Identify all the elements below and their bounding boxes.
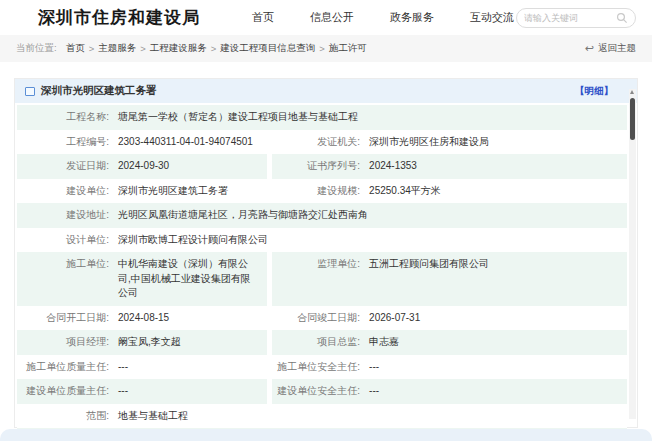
breadcrumb-construction-services[interactable]: 工程建设服务 (150, 42, 207, 55)
field-label: 项目总监: (272, 335, 360, 350)
field-value: 2026-07-31 (369, 311, 430, 326)
breadcrumb-topic-services[interactable]: 主题服务 (98, 42, 136, 55)
field-label: 施工单位安全主任: (272, 360, 360, 375)
nav-item-gov-services[interactable]: 政务服务 (390, 10, 434, 25)
scrollbar-thumb[interactable] (630, 98, 635, 140)
field-value: 2303-440311-04-01-94074501 (118, 135, 263, 150)
breadcrumb-construction-permit[interactable]: 施工许可 (329, 42, 367, 55)
field-label: 范围: (17, 409, 109, 424)
table-row: 工程名称: 塘尾第一学校（暂定名）建设工程项目地基与基础工程 (17, 105, 627, 130)
table-row: 施工单位质量主任: --- 施工单位安全主任: --- (17, 355, 627, 380)
table-row: 发证日期: 2024-09-30 证书序列号: 2024-1353 (17, 154, 627, 179)
back-to-topic-label: 返回主题 (598, 42, 636, 55)
nav-item-interaction[interactable]: 互动交流 (470, 10, 514, 25)
vertical-scrollbar[interactable] (629, 89, 636, 419)
table-row: 施工单位: 中机华南建设（深圳）有限公司,中国机械工业建设集团有限公司 监理单位… (17, 252, 627, 306)
field-value: 2024-08-15 (118, 311, 179, 326)
field-value: 25250.34平方米 (369, 184, 451, 199)
field-value: --- (369, 384, 389, 399)
table-row: 设计单位: 深圳市欧博工程设计顾问有限公司 (17, 228, 627, 253)
field-label: 建设单位安全主任: (272, 384, 360, 399)
field-value: 阚宝凤,李文超 (118, 335, 191, 350)
field-value: 2024-1353 (369, 159, 427, 174)
scroll-up-arrow-icon[interactable] (630, 90, 634, 94)
field-value: 地基与基础工程 (118, 409, 198, 424)
field-label: 建设单位: (17, 184, 109, 199)
breadcrumb-prefix: 当前位置: (16, 42, 57, 55)
card-title: 深圳市光明区建筑工务署 (41, 84, 157, 98)
field-label: 建设单位质量主任: (17, 384, 109, 399)
field-label: 建设规模: (272, 184, 360, 199)
field-value: --- (369, 360, 389, 375)
back-to-topic-link[interactable]: ↩ 返回主题 (585, 42, 636, 55)
table-row: 合同开工日期: 2024-08-15 合同竣工日期: 2026-07-31 (17, 306, 627, 331)
main-nav: 首页 信息公开 政务服务 互动交流 (252, 10, 514, 25)
field-value: 中机华南建设（深圳）有限公司,中国机械工业建设集团有限公司 (118, 257, 267, 301)
search-icon[interactable] (616, 12, 628, 24)
table-row: 建设单位: 深圳市光明区建筑工务署 建设规模: 25250.34平方米 (17, 179, 627, 204)
table-row: 建设地址: 光明区凤凰街道塘尾社区，月亮路与御塘路交汇处西南角 (17, 203, 627, 228)
breadcrumb-separator: > (319, 43, 325, 54)
breadcrumb-separator: > (211, 43, 217, 54)
document-icon (25, 87, 35, 96)
field-label: 工程编号: (17, 135, 109, 150)
return-arrow-icon: ↩ (585, 43, 594, 54)
field-label: 建设地址: (17, 208, 109, 223)
table-row: 范围: 地基与基础工程 (17, 404, 627, 429)
field-label: 施工单位: (17, 257, 109, 272)
field-label: 工程名称: (17, 110, 109, 125)
field-value: 光明区凤凰街道塘尾社区，月亮路与御塘路交汇处西南角 (118, 208, 378, 223)
field-label: 施工单位质量主任: (17, 360, 109, 375)
table-row: 工程编号: 2303-440311-04-01-94074501 发证机关: 深… (17, 130, 627, 155)
field-label: 项目经理: (17, 335, 109, 350)
breadcrumb-separator: > (89, 43, 95, 54)
field-label: 合同开工日期: (17, 311, 109, 326)
site-logo[interactable]: 深圳市住房和建设局 (38, 6, 200, 29)
field-value: 深圳市光明区住房和建设局 (369, 135, 499, 150)
field-label: 证书序列号: (272, 159, 360, 174)
field-label: 合同竣工日期: (272, 311, 360, 326)
field-value: 深圳市光明区建筑工务署 (118, 184, 238, 199)
breadcrumb-separator: > (140, 43, 146, 54)
breadcrumb-home[interactable]: 首页 (66, 42, 85, 55)
field-label: 发证机关: (272, 135, 360, 150)
detail-link[interactable]: 【明细】 (575, 85, 613, 98)
card-header: 深圳市光明区建筑工务署 【明细】 (15, 79, 637, 103)
field-value: 申志嘉 (369, 335, 409, 350)
field-label: 设计单位: (17, 233, 109, 248)
field-value: 五洲工程顾问集团有限公司 (369, 257, 499, 272)
field-value: 2024-09-30 (118, 159, 179, 174)
field-label: 监理单位: (272, 257, 360, 272)
permit-detail-card: 深圳市光明区建筑工务署 【明细】 工程名称: 塘尾第一学校（暂定名）建设工程项目… (14, 78, 638, 428)
field-value: --- (118, 384, 138, 399)
field-value: 塘尾第一学校（暂定名）建设工程项目地基与基础工程 (118, 110, 368, 125)
breadcrumb-bar: 当前位置: 首页 > 主题服务 > 工程建设服务 > 建设工程项目信息查询 > … (0, 35, 652, 62)
nav-item-info-disclosure[interactable]: 信息公开 (310, 10, 354, 25)
permit-info-table: 工程名称: 塘尾第一学校（暂定名）建设工程项目地基与基础工程 工程编号: 230… (15, 103, 637, 441)
top-bar: 深圳市住房和建设局 首页 信息公开 政务服务 互动交流 (0, 0, 652, 35)
nav-item-home[interactable]: 首页 (252, 10, 274, 25)
search-input[interactable] (524, 13, 616, 23)
breadcrumb-project-info-query[interactable]: 建设工程项目信息查询 (220, 42, 315, 55)
field-value: --- (118, 360, 138, 375)
field-value: 深圳市欧博工程设计顾问有限公司 (118, 233, 278, 248)
footer-strip (0, 429, 652, 441)
table-row: 项目经理: 阚宝凤,李文超 项目总监: 申志嘉 (17, 330, 627, 355)
field-label: 发证日期: (17, 159, 109, 174)
table-row: 建设单位质量主任: --- 建设单位安全主任: --- (17, 379, 627, 404)
search-box (516, 8, 636, 28)
